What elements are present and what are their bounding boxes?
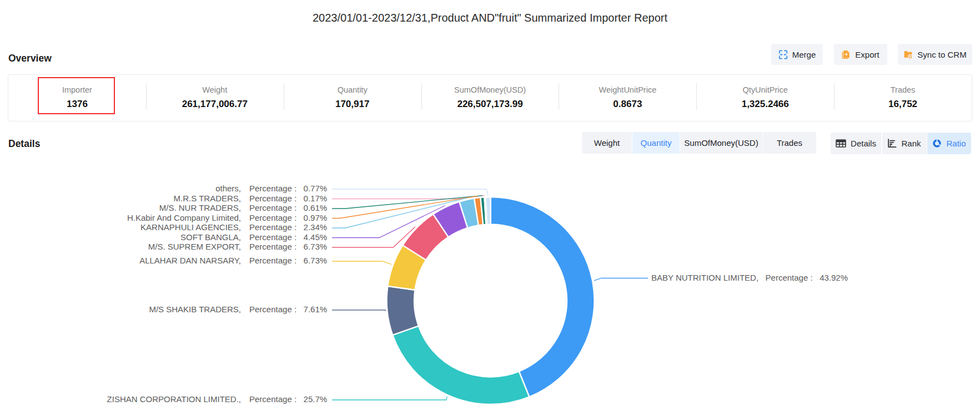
svg-text:Percentage : 4.45%: Percentage : 4.45%	[249, 232, 327, 242]
svg-text:ZISHAN CORPORATION LIMITED.,: ZISHAN CORPORATION LIMITED.,	[107, 394, 241, 404]
svg-text:Percentage : 2.34%: Percentage : 2.34%	[249, 222, 327, 232]
svg-text:M/S. NUR TRADERS,: M/S. NUR TRADERS,	[159, 203, 241, 212]
svg-text:BABY NUTRITION LIMITED, Perc: BABY NUTRITION LIMITED, Percentage : 43.…	[651, 273, 848, 282]
svg-text:Percentage : 25.7%: Percentage : 25.7%	[249, 394, 327, 404]
svg-text:Percentage : 0.77%: Percentage : 0.77%	[249, 184, 327, 193]
svg-text:H.Kabir And Company Limited,: H.Kabir And Company Limited,	[127, 213, 241, 222]
svg-text:Percentage : 0.17%: Percentage : 0.17%	[249, 194, 327, 203]
svg-text:others,: others,	[215, 184, 241, 193]
svg-text:Percentage : 6.73%: Percentage : 6.73%	[249, 242, 327, 251]
svg-text:M/S. SUPREM EXPORT,: M/S. SUPREM EXPORT,	[148, 242, 241, 251]
svg-text:ALLAHAR DAN NARSARY,: ALLAHAR DAN NARSARY,	[139, 256, 241, 265]
svg-text:M.R.S TRADERS,: M.R.S TRADERS,	[174, 194, 241, 203]
svg-text:Percentage : 7.61%: Percentage : 7.61%	[249, 305, 327, 314]
svg-text:Percentage : 0.97%: Percentage : 0.97%	[249, 213, 327, 222]
svg-text:Percentage : 0.61%: Percentage : 0.61%	[249, 203, 327, 212]
svg-text:M/S SHAKIB TRADERS,: M/S SHAKIB TRADERS,	[149, 305, 241, 314]
svg-text:Percentage : 6.73%: Percentage : 6.73%	[249, 256, 327, 265]
svg-text:SOFT BANGLA,: SOFT BANGLA,	[180, 232, 241, 242]
svg-text:KARNAPHULI AGENCIES,: KARNAPHULI AGENCIES,	[140, 222, 241, 232]
